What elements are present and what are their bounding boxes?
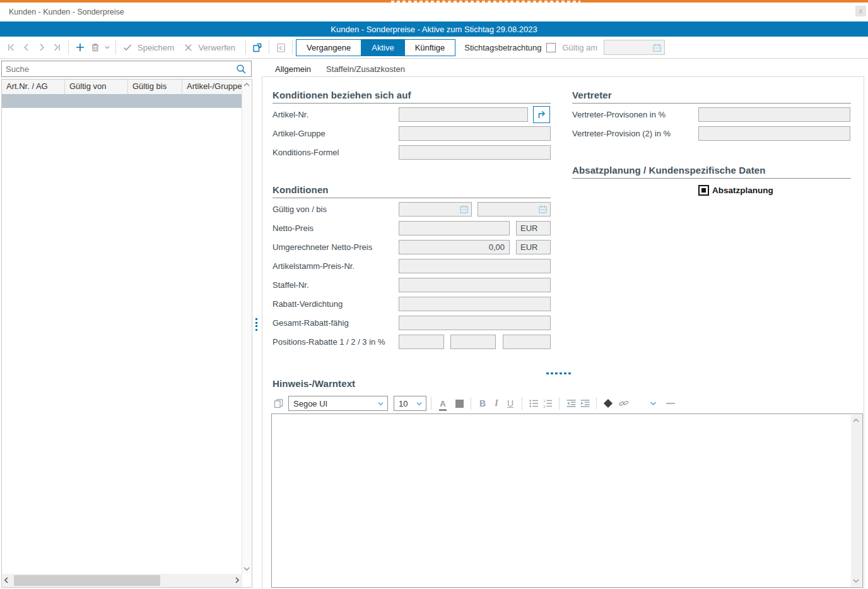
column-header-artikel-gruppe[interactable]: Artikel-/Gruppe [182,80,242,94]
decrease-indent-button[interactable] [564,396,578,410]
font-color-button[interactable]: A [436,396,450,410]
scroll-left-icon[interactable] [3,576,9,584]
scroll-up-icon[interactable] [243,81,250,88]
close-tab-button[interactable]: x [855,6,866,16]
bold-icon: B [479,399,486,408]
artikelstamm-input[interactable] [399,259,551,273]
italic-button[interactable]: I [490,396,503,410]
symbol-button[interactable] [601,396,615,410]
field-row-rabatt-verdichtung: Rabatt-Verdichtung [273,294,551,313]
provision2-input[interactable] [698,126,850,141]
scroll-up-icon[interactable] [852,417,860,424]
font-size-select[interactable]: 10 [394,396,426,411]
artikel-gruppe-input[interactable] [399,126,551,141]
absatzplanung-checkbox[interactable] [698,185,709,196]
add-record-button[interactable] [73,40,88,55]
outdent-icon [566,398,577,408]
filter-aktive-button[interactable]: Aktive [361,39,404,56]
underline-button[interactable]: U [503,396,517,410]
field-row-artikel-nr: Artikel-Nr. [273,105,551,124]
konditions-formel-input[interactable] [399,145,551,160]
artikel-gruppe-label: Artikel-Gruppe [273,129,399,138]
staffel-nr-label: Staffel-Nr. [273,280,399,290]
discard-label[interactable]: Verwerfen [199,43,236,52]
insert-link-button[interactable] [617,396,631,410]
transfer-record-button[interactable] [250,40,265,55]
bold-button[interactable]: B [476,396,490,410]
delete-record-button[interactable] [88,40,103,55]
absatzplanung-field: Absatzplanung [698,185,851,196]
scroll-right-icon[interactable] [234,576,240,584]
artikel-nr-label: Artikel-Nr. [273,110,399,119]
rabatt-verdichtung-label: Rabatt-Verdichtung [273,299,399,309]
detail-tabs: Allgemein Staffeln/Zusatzkosten [267,61,413,77]
netto-preis-currency: EUR [516,221,551,235]
search-input[interactable] [2,64,236,74]
nav-next-button[interactable] [34,40,49,55]
column-header-gueltig-von[interactable]: Gültig von [65,80,128,94]
positions-rabatt-3-input[interactable] [503,335,551,349]
save-button[interactable] [120,40,135,55]
search-icon[interactable] [236,64,247,74]
gueltig-bis-input[interactable] [478,202,551,217]
staffel-nr-input[interactable] [399,278,551,292]
trash-icon [90,42,100,52]
section-splitter-handle[interactable] [546,372,571,374]
stichtag-checkbox[interactable] [546,43,556,52]
font-color-icon: A [440,399,445,408]
column-header-gueltig-bis[interactable]: Gültig bis [128,80,182,94]
section-title-reference: Konditionen beziehen sich auf [273,90,551,104]
save-label[interactable]: Speichern [138,43,175,52]
column-header-artnr[interactable]: Art.Nr. / AG [2,80,65,94]
delete-options-button[interactable] [103,40,112,55]
bullet-list-icon [529,398,539,408]
hinweis-text-editor[interactable] [271,413,863,588]
tab-allgemein[interactable]: Allgemein [267,61,319,77]
netto-preis-label: Netto-Preis [273,223,399,233]
filter-kuenftige-button[interactable]: Künftige [404,39,456,56]
provision1-input[interactable] [698,107,850,122]
paste-format-button[interactable] [271,396,285,410]
rabatt-verdichtung-input[interactable] [399,297,551,311]
positions-rabatt-1-input[interactable] [399,335,444,349]
table-vertical-scrollbar[interactable] [242,80,252,574]
document-tab[interactable]: Kunden - Kunden - Sonderpreise [0,8,124,16]
discard-button[interactable] [181,40,196,55]
nav-last-icon [52,42,62,52]
filter-vergangene-button[interactable]: Vergangene [296,39,361,56]
positions-rabatt-2-input[interactable] [450,335,496,349]
toolbar-separator [292,40,293,54]
nav-prev-button[interactable] [19,40,34,55]
price-document-button[interactable]: € [273,40,288,55]
gueltig-von-input[interactable] [399,202,472,217]
link-icon [618,398,630,408]
bullet-list-button[interactable] [527,396,541,410]
gueltig-am-date-input [604,40,665,55]
chevron-down-icon [377,401,384,407]
table-horizontal-scrollbar[interactable] [2,574,242,587]
editor-vertical-scrollbar[interactable] [851,415,862,586]
nav-first-button[interactable] [4,40,19,55]
artikel-nr-jump-button[interactable] [533,106,550,123]
highlight-color-button[interactable] [452,396,466,410]
more-options-button[interactable] [646,396,660,410]
netto-preis-input[interactable] [399,221,510,235]
tab-staffeln[interactable]: Staffeln/Zusatzkosten [319,61,413,77]
numbered-list-button[interactable]: 12 [541,396,554,410]
field-row-umgerechneter: Umgerechneter Netto-Preis 0,00 EUR [273,237,551,256]
nav-last-button[interactable] [49,40,64,55]
scroll-down-icon[interactable] [243,566,250,572]
umgerechneter-input[interactable]: 0,00 [399,240,510,254]
calendar-icon[interactable] [459,205,469,214]
main-toolbar: Speichern Verwerfen € Vergangene Aktive … [0,37,868,59]
calendar-icon[interactable] [538,205,548,214]
table-row-selected[interactable] [2,94,242,108]
gesamt-rabatt-input[interactable] [399,316,551,330]
scroll-down-icon[interactable] [852,578,860,584]
collapse-toolbar-button[interactable] [664,396,677,410]
artikel-nr-input[interactable] [399,107,528,122]
scrollbar-thumb[interactable] [14,575,160,586]
panel-splitter-handle[interactable] [255,318,258,331]
increase-indent-button[interactable] [578,396,592,410]
font-family-select[interactable]: Segoe UI [288,396,388,411]
